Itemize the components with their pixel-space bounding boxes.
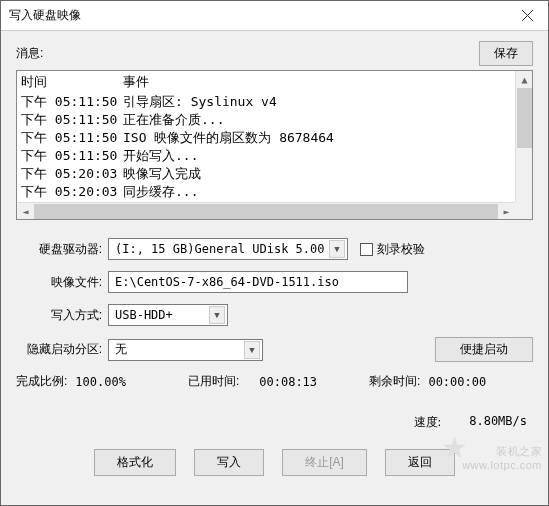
close-button[interactable]	[506, 1, 548, 30]
log-row: 下午 05:11:50正在准备介质...	[21, 111, 528, 129]
scroll-up-icon: ▲	[516, 71, 533, 88]
chevron-down-icon: ▼	[244, 341, 260, 359]
elapsed-label: 已用时间:	[188, 373, 239, 390]
image-value: E:\CentOS-7-x86_64-DVD-1511.iso	[115, 275, 339, 289]
image-field[interactable]: E:\CentOS-7-x86_64-DVD-1511.iso	[108, 271, 408, 293]
row-hide-boot: 隐藏启动分区: 无 ▼ 便捷启动	[16, 337, 533, 362]
log-time: 下午 05:20:03	[21, 183, 123, 201]
log-event: 刻录成功!	[123, 219, 528, 220]
log-row: 下午 05:11:50引导扇区: Syslinux v4	[21, 93, 528, 111]
speed-value: 8.80MB/s	[469, 414, 527, 431]
message-row: 消息: 保存	[16, 41, 533, 66]
log-row: 下午 05:20:03同步缓存...	[21, 183, 528, 201]
log-event: ISO 映像文件的扇区数为 8678464	[123, 129, 528, 147]
elapsed-value: 00:08:13	[259, 375, 317, 389]
drive-value: (I:, 15 GB)General UDisk 5.00	[115, 242, 325, 256]
done-pct-label: 完成比例:	[16, 373, 67, 390]
drive-label: 硬盘驱动器:	[16, 241, 108, 258]
log-col-event: 事件	[123, 73, 528, 91]
done-pct-value: 100.00%	[75, 375, 126, 389]
abort-button: 终止[A]	[282, 449, 367, 476]
log-row: 下午 05:20:03映像写入完成	[21, 165, 528, 183]
scroll-left-icon: ◄	[17, 203, 34, 220]
remain-value: 00:00:00	[428, 375, 486, 389]
stats-row: 完成比例: 100.00% 已用时间: 00:08:13 剩余时间: 00:00…	[16, 373, 533, 390]
scroll-thumb-v[interactable]	[517, 88, 532, 148]
checkbox-box	[360, 243, 373, 256]
hide-boot-value: 无	[115, 341, 240, 358]
log-event: 引导扇区: Syslinux v4	[123, 93, 528, 111]
drive-combo[interactable]: (I:, 15 GB)General UDisk 5.00 ▼	[108, 238, 348, 260]
dialog-window: 写入硬盘映像 消息: 保存 时间 事件 下午 05:11:50引导扇区: Sys…	[0, 0, 549, 506]
row-image: 映像文件: E:\CentOS-7-x86_64-DVD-1511.iso	[16, 271, 533, 293]
log-time: 下午 05:20:04	[21, 219, 123, 220]
log-time: 下午 05:11:50	[21, 147, 123, 165]
form-area: 硬盘驱动器: (I:, 15 GB)General UDisk 5.00 ▼ 刻…	[16, 238, 533, 476]
close-icon	[522, 10, 533, 21]
write-mode-label: 写入方式:	[16, 307, 108, 324]
verify-label: 刻录校验	[377, 241, 425, 258]
log-event: 同步缓存...	[123, 183, 528, 201]
chevron-down-icon: ▼	[209, 306, 225, 324]
remain-label: 剩余时间:	[369, 373, 420, 390]
scroll-corner	[515, 202, 532, 219]
chevron-down-icon: ▼	[329, 240, 345, 258]
log-time: 下午 05:11:50	[21, 93, 123, 111]
speed-label: 速度:	[414, 414, 441, 431]
write-button[interactable]: 写入	[194, 449, 264, 476]
bottom-buttons: 格式化 写入 终止[A] 返回	[16, 449, 533, 476]
log-time: 下午 05:11:50	[21, 129, 123, 147]
log-rows: 下午 05:11:50引导扇区: Syslinux v4下午 05:11:50正…	[17, 93, 532, 220]
log-event: 映像写入完成	[123, 165, 528, 183]
dialog-body: 消息: 保存 时间 事件 下午 05:11:50引导扇区: Syslinux v…	[1, 31, 548, 505]
row-write-mode: 写入方式: USB-HDD+ ▼	[16, 304, 533, 326]
portable-boot-button[interactable]: 便捷启动	[435, 337, 533, 362]
hide-boot-label: 隐藏启动分区:	[16, 341, 108, 358]
scroll-right-icon: ►	[498, 203, 515, 220]
window-title: 写入硬盘映像	[9, 7, 81, 24]
write-mode-value: USB-HDD+	[115, 308, 205, 322]
scrollbar-horizontal[interactable]: ◄ ►	[17, 202, 515, 219]
log-box: 时间 事件 下午 05:11:50引导扇区: Syslinux v4下午 05:…	[16, 70, 533, 220]
verify-checkbox[interactable]: 刻录校验	[360, 241, 425, 258]
titlebar: 写入硬盘映像	[1, 1, 548, 31]
log-row: 下午 05:20:04刻录成功!	[21, 219, 528, 220]
hide-boot-combo[interactable]: 无 ▼	[108, 339, 263, 361]
log-time: 下午 05:11:50	[21, 111, 123, 129]
log-header: 时间 事件	[17, 71, 532, 93]
log-row: 下午 05:11:50ISO 映像文件的扇区数为 8678464	[21, 129, 528, 147]
log-col-time: 时间	[21, 73, 123, 91]
image-label: 映像文件:	[16, 274, 108, 291]
log-event: 开始写入...	[123, 147, 528, 165]
scroll-thumb-h[interactable]	[34, 204, 498, 219]
save-button[interactable]: 保存	[479, 41, 533, 66]
log-time: 下午 05:20:03	[21, 165, 123, 183]
format-button[interactable]: 格式化	[94, 449, 176, 476]
log-event: 正在准备介质...	[123, 111, 528, 129]
back-button[interactable]: 返回	[385, 449, 455, 476]
scrollbar-vertical[interactable]: ▲	[515, 71, 532, 202]
write-mode-combo[interactable]: USB-HDD+ ▼	[108, 304, 228, 326]
message-label: 消息:	[16, 45, 43, 62]
log-row: 下午 05:11:50开始写入...	[21, 147, 528, 165]
row-drive: 硬盘驱动器: (I:, 15 GB)General UDisk 5.00 ▼ 刻…	[16, 238, 533, 260]
speed-row: 速度: 8.80MB/s	[16, 414, 533, 431]
